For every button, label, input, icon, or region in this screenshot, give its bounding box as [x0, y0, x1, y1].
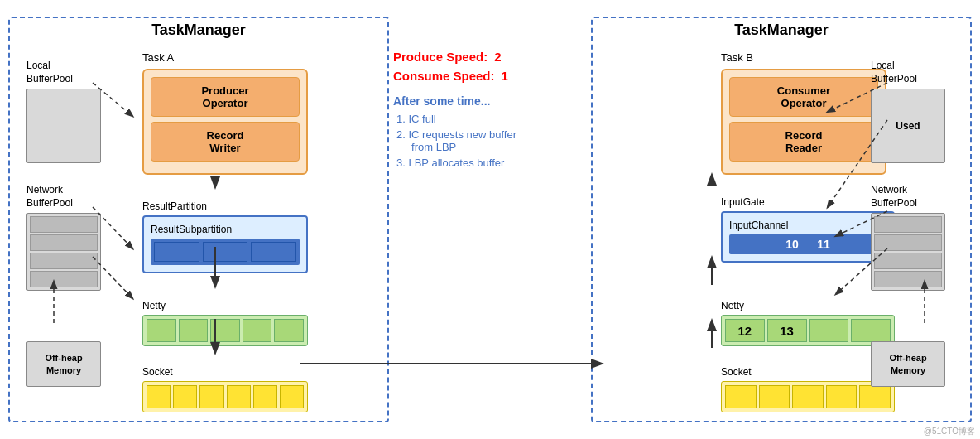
input-gate: InputGate InputChannel 10 11	[721, 196, 895, 263]
left-socket-cell-1	[147, 385, 171, 408]
right-netty-box: 12 13	[721, 315, 895, 346]
left-socket-box	[142, 381, 308, 412]
record-reader: RecordReader	[729, 122, 878, 162]
right-tm-title: TaskManager	[593, 18, 970, 42]
rsp-cell-2	[203, 242, 248, 262]
right-netty-label: Netty	[721, 300, 895, 311]
left-netty-cell-5	[274, 319, 304, 342]
right-offheap-box: Off-heapMemory	[871, 341, 945, 387]
list-item-3: 3. LBP allocates buffer	[393, 157, 584, 169]
input-channel-label: InputChannel	[729, 220, 886, 231]
right-netty-cell-12: 12	[725, 319, 765, 342]
watermark: @51CTO博客	[924, 426, 975, 437]
right-socket-label: Socket	[721, 366, 895, 378]
left-netty-cell-3	[210, 319, 240, 342]
left-socket: Socket	[142, 366, 308, 412]
task-b-box: ConsumerOperator RecordReader	[721, 69, 886, 175]
diagram: TaskManager LocalBufferPool NetworkBuffe…	[0, 0, 980, 439]
right-socket-cell-3	[792, 385, 824, 408]
left-network-row-4	[30, 271, 98, 287]
left-tm-title: TaskManager	[10, 18, 387, 42]
input-gate-box: InputChannel 10 11	[721, 211, 895, 263]
input-channel-num-10: 10	[780, 238, 805, 251]
input-channel-num-11: 11	[811, 238, 836, 251]
left-offheap: Off-heapMemory	[26, 341, 109, 387]
produce-speed-label: Produce Speed:	[393, 50, 488, 64]
task-a-box: ProducerOperator RecordWriter	[142, 69, 308, 175]
right-netty-cell-13: 13	[767, 319, 807, 342]
left-socket-cell-6	[280, 385, 304, 408]
produce-speed-value: 2	[494, 50, 501, 64]
list-item-1: 1. IC full	[393, 113, 584, 125]
right-network-row-4	[874, 271, 942, 287]
left-network-row-1	[30, 216, 98, 233]
right-netty: Netty 12 13	[721, 300, 895, 346]
list-item-2: 2. IC requests new buffer from LBP	[393, 128, 584, 153]
right-local-bp-label: LocalBufferPool	[871, 60, 954, 85]
record-writer: RecordWriter	[151, 122, 300, 162]
right-network-bp-label: NetworkBufferPool	[871, 184, 954, 210]
result-partition-box: ResultSubpartition	[142, 215, 308, 273]
used-label: Used	[896, 120, 920, 132]
task-a-label: Task A	[142, 51, 308, 64]
left-socket-cell-3	[199, 385, 223, 408]
right-socket-cell-1	[725, 385, 757, 408]
right-local-bp-box: Used	[871, 89, 945, 163]
input-gate-label: InputGate	[721, 196, 895, 208]
right-socket: Socket	[721, 366, 895, 412]
right-local-bufferpool: LocalBufferPool Used	[871, 60, 954, 163]
left-network-bp-box	[26, 213, 101, 291]
left-netty: Netty	[142, 300, 308, 346]
left-local-bufferpool: LocalBufferPool	[26, 60, 109, 163]
left-socket-cell-2	[173, 385, 197, 408]
left-network-row-2	[30, 234, 98, 251]
input-channel-inner: 10 11	[729, 234, 886, 254]
task-b-label: Task B	[721, 51, 886, 64]
after-time-label: After some time...	[393, 94, 584, 108]
left-taskmanager: TaskManager LocalBufferPool NetworkBuffe…	[8, 17, 389, 422]
consume-speed-value: 1	[502, 69, 508, 83]
consume-speed-row: Consume Speed: 1	[393, 69, 584, 84]
task-a: Task A ProducerOperator RecordWriter	[142, 51, 308, 175]
result-subpartition-inner	[151, 239, 300, 265]
left-offheap-box: Off-heapMemory	[26, 341, 101, 387]
task-b: Task B ConsumerOperator RecordReader	[721, 51, 886, 175]
left-network-bp-label: NetworkBufferPool	[26, 184, 109, 210]
right-network-row-2	[874, 234, 942, 251]
right-taskmanager: TaskManager Task B ConsumerOperator Reco…	[591, 17, 972, 422]
left-netty-cell-1	[147, 319, 176, 342]
left-network-row-3	[30, 253, 98, 269]
right-netty-cell-4	[851, 319, 891, 342]
left-local-bp-label: LocalBufferPool	[26, 60, 109, 85]
result-subpartition-label: ResultSubpartition	[151, 224, 300, 235]
consumer-operator: ConsumerOperator	[729, 77, 878, 117]
left-socket-label: Socket	[142, 366, 308, 378]
right-socket-cell-4	[826, 385, 858, 408]
produce-speed-row: Produce Speed: 2	[393, 50, 584, 65]
left-socket-cell-5	[253, 385, 277, 408]
right-netty-cell-3	[809, 319, 849, 342]
right-network-row-3	[874, 253, 942, 269]
right-network-bufferpool: NetworkBufferPool	[871, 184, 954, 291]
left-netty-box	[142, 315, 308, 346]
right-socket-cell-2	[759, 385, 790, 408]
right-socket-cell-5	[859, 385, 891, 408]
rsp-cell-1	[154, 242, 199, 262]
left-netty-cell-2	[179, 319, 209, 342]
rsp-cell-3	[251, 242, 296, 262]
middle-info: Produce Speed: 2 Consume Speed: 1 After …	[393, 50, 584, 172]
result-partition-label: ResultPartition	[142, 200, 308, 212]
right-network-bp-box	[871, 213, 945, 291]
left-netty-label: Netty	[142, 300, 308, 311]
right-socket-box	[721, 381, 895, 412]
left-socket-cell-4	[227, 385, 251, 408]
left-netty-cell-4	[243, 319, 272, 342]
result-partition: ResultPartition ResultSubpartition	[142, 200, 308, 273]
left-local-bp-box	[26, 89, 101, 163]
producer-operator: ProducerOperator	[151, 77, 300, 117]
consume-speed-label: Consume Speed:	[393, 69, 495, 83]
right-network-row-1	[874, 216, 942, 233]
right-offheap: Off-heapMemory	[871, 341, 954, 387]
left-network-bufferpool: NetworkBufferPool	[26, 184, 109, 291]
